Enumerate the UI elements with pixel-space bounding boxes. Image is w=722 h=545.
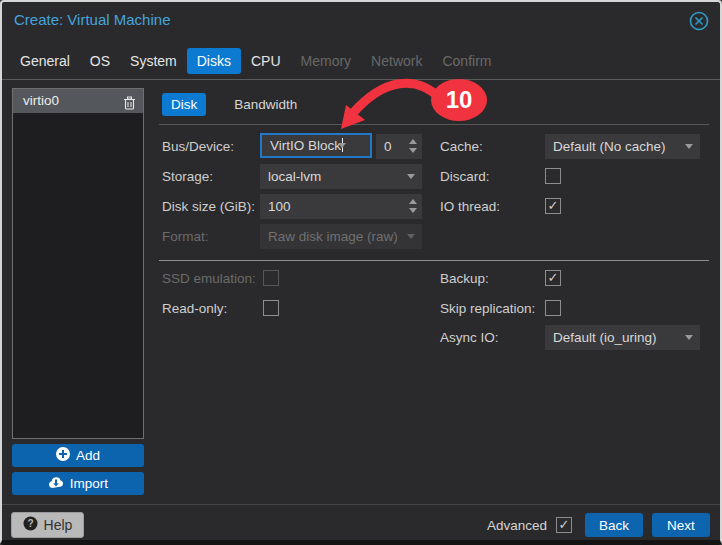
tab-disks[interactable]: Disks: [187, 48, 241, 74]
spinner-down-icon[interactable]: [409, 148, 417, 153]
annotation-badge: 10: [431, 79, 487, 121]
io-thread-label: IO thread:: [440, 194, 500, 219]
help-button-label: Help: [44, 517, 73, 533]
format-select: Raw disk image (raw): [260, 224, 422, 249]
storage-select[interactable]: local-lvm: [260, 164, 422, 189]
async-io-label: Async IO:: [440, 325, 499, 350]
format-label: Format:: [162, 224, 209, 249]
cloud-download-icon: [48, 476, 64, 492]
tab-confirm: Confirm: [432, 48, 501, 74]
close-icon[interactable]: [688, 10, 710, 32]
discard-label: Discard:: [440, 164, 490, 189]
disk-size-label: Disk size (GiB):: [162, 194, 255, 219]
footer-actions: Advanced ✓ Back Next: [487, 513, 710, 537]
advanced-label: Advanced: [487, 518, 547, 533]
format-value: Raw disk image (raw): [268, 229, 398, 244]
bus-index-spinner[interactable]: 0: [376, 134, 422, 159]
async-io-value: Default (io_uring): [553, 330, 657, 345]
svg-text:?: ?: [27, 518, 33, 529]
chevron-down-icon[interactable]: [407, 174, 415, 179]
ssd-emulation-checkbox: [263, 270, 279, 286]
spinner-down-icon[interactable]: [409, 208, 417, 213]
discard-checkbox[interactable]: [545, 168, 561, 184]
spinner-up-icon[interactable]: [409, 139, 417, 144]
content-divider: [2, 79, 720, 80]
storage-label: Storage:: [162, 164, 213, 189]
ssd-emulation-label: SSD emulation:: [162, 266, 256, 291]
bus-device-value: VirtIO Block: [270, 138, 341, 153]
spinner-up-icon[interactable]: [409, 199, 417, 204]
annotation-badge-number: 10: [446, 86, 473, 114]
storage-value: local-lvm: [268, 169, 321, 184]
advanced-checkbox[interactable]: ✓: [556, 517, 572, 533]
disk-size-spinner[interactable]: 100: [260, 194, 422, 219]
plus-circle-icon: [56, 447, 70, 464]
cache-select[interactable]: Default (No cache): [545, 134, 700, 159]
backup-label: Backup:: [440, 266, 489, 291]
import-button-label: Import: [70, 476, 108, 491]
disk-list-item-virtio0[interactable]: virtio0: [13, 89, 143, 113]
page-title: Create: Virtual Machine: [14, 11, 170, 28]
tab-network: Network: [361, 48, 432, 74]
tab-os[interactable]: OS: [80, 48, 120, 74]
tab-general[interactable]: General: [10, 48, 80, 74]
spinner-arrows: [409, 199, 417, 213]
cache-value: Default (No cache): [553, 139, 666, 154]
create-vm-dialog: Create: Virtual Machine General OS Syste…: [0, 0, 722, 545]
chevron-down-icon[interactable]: [685, 144, 693, 149]
help-button[interactable]: ? Help: [11, 512, 84, 538]
import-button[interactable]: Import: [12, 472, 144, 495]
titlebar: Create: Virtual Machine: [2, 2, 720, 40]
form-section-divider: [159, 260, 709, 261]
tab-memory: Memory: [291, 48, 362, 74]
skip-replication-label: Skip replication:: [440, 296, 535, 321]
panel-tab-divider: [159, 124, 709, 125]
bus-device-label: Bus/Device:: [162, 134, 234, 159]
trash-icon[interactable]: [123, 94, 136, 108]
backup-checkbox[interactable]: ✓: [545, 270, 561, 286]
io-thread-checkbox[interactable]: ✓: [545, 198, 561, 214]
read-only-label: Read-only:: [162, 296, 227, 321]
footer-divider: [2, 504, 720, 505]
disk-list-panel: virtio0: [12, 88, 144, 439]
async-io-select[interactable]: Default (io_uring): [545, 325, 700, 350]
tab-disk[interactable]: Disk: [162, 93, 206, 116]
cache-label: Cache:: [440, 134, 483, 159]
read-only-checkbox[interactable]: [263, 300, 279, 316]
skip-replication-checkbox[interactable]: [545, 300, 561, 316]
disk-item-label: virtio0: [23, 93, 59, 108]
tab-cpu[interactable]: CPU: [241, 48, 291, 74]
chevron-down-icon[interactable]: [338, 143, 346, 148]
back-button[interactable]: Back: [585, 513, 643, 537]
add-button[interactable]: Add: [12, 444, 144, 467]
next-button[interactable]: Next: [652, 513, 710, 537]
help-icon: ?: [23, 516, 38, 534]
spinner-arrows: [409, 139, 417, 153]
bus-index-value: 0: [384, 139, 392, 154]
wizard-tab-bar: General OS System Disks CPU Memory Netwo…: [10, 48, 501, 74]
tab-system[interactable]: System: [120, 48, 187, 74]
disk-size-value: 100: [268, 199, 291, 214]
chevron-down-icon: [407, 234, 415, 239]
add-button-label: Add: [76, 448, 100, 463]
bus-device-select[interactable]: VirtIO Block: [260, 133, 372, 158]
tab-bandwidth[interactable]: Bandwidth: [225, 93, 306, 116]
disk-panel-tab-bar: Disk Bandwidth: [162, 93, 306, 116]
chevron-down-icon[interactable]: [685, 335, 693, 340]
